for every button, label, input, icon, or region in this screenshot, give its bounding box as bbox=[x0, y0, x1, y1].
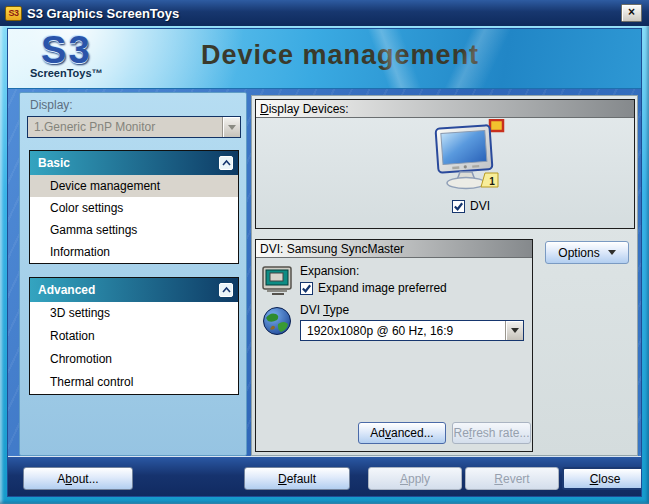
device-number: 1 bbox=[489, 176, 495, 187]
content-area: S3 ScreenToys™ Device management Display… bbox=[7, 28, 642, 497]
footer-bar: About... Default Apply Revert Close bbox=[8, 456, 642, 497]
dvi-group-header: DVI: Samsung SyncMaster bbox=[256, 240, 532, 258]
nav-section-basic-title: Basic bbox=[38, 156, 70, 170]
chevron-down-icon bbox=[608, 250, 616, 255]
monitor-small-icon bbox=[262, 266, 294, 296]
alert-badge-icon bbox=[490, 120, 503, 131]
page-title: Device management bbox=[201, 40, 479, 71]
checkmark-icon bbox=[301, 283, 312, 294]
display-select: 1.Generic PnP Monitor bbox=[27, 116, 241, 138]
collapse-icon[interactable] bbox=[219, 283, 233, 297]
revert-button: Revert bbox=[465, 467, 559, 490]
dvi-checkbox[interactable] bbox=[452, 200, 465, 213]
close-window-button[interactable]: Close bbox=[562, 467, 642, 490]
s3-logo-icon: S3 bbox=[30, 31, 103, 69]
close-button[interactable]: × bbox=[621, 4, 642, 22]
sidebar-item-chromotion[interactable]: Chromotion bbox=[30, 348, 238, 371]
dvi-type-value: 1920x1080p @ 60 Hz, 16:9 bbox=[301, 324, 505, 338]
expansion-label: Expansion: bbox=[300, 264, 528, 278]
monitor-icon: 1 bbox=[433, 119, 509, 193]
nav-section-basic-header[interactable]: Basic bbox=[30, 151, 238, 175]
sidebar: Display: 1.Generic PnP Monitor Basic bbox=[19, 92, 247, 456]
dvi-settings-group: DVI: Samsung SyncMaster bbox=[255, 239, 533, 452]
display-select-arrow bbox=[222, 117, 240, 137]
sidebar-item-3d-settings[interactable]: 3D settings bbox=[30, 302, 238, 325]
nav-section-advanced: Advanced 3D settings Rotation Chromotion… bbox=[29, 277, 239, 395]
display-devices-group: Display Devices: bbox=[255, 99, 635, 229]
dvi-type-label: DVI Type bbox=[300, 303, 528, 317]
dvi-icon-column bbox=[262, 266, 296, 340]
default-button[interactable]: Default bbox=[244, 467, 350, 490]
collapse-icon[interactable] bbox=[219, 156, 233, 170]
header-banner: S3 ScreenToys™ Device management bbox=[8, 29, 642, 89]
dvi-type-select[interactable]: 1920x1080p @ 60 Hz, 16:9 bbox=[300, 320, 524, 341]
device-dvi[interactable]: 1 DVI bbox=[414, 119, 528, 216]
s3-logo-tagline: ScreenToys™ bbox=[30, 67, 103, 79]
sidebar-item-device-management[interactable]: Device management bbox=[30, 175, 238, 197]
titlebar[interactable]: S3 S3 Graphics ScreenToys × bbox=[0, 0, 649, 26]
nav-section-advanced-title: Advanced bbox=[38, 283, 95, 297]
sidebar-item-gamma-settings[interactable]: Gamma settings bbox=[30, 219, 238, 241]
advanced-button[interactable]: Advanced... bbox=[358, 422, 446, 444]
expand-image-checkbox[interactable] bbox=[300, 282, 313, 295]
s3-logo: S3 ScreenToys™ bbox=[30, 31, 103, 79]
dvi-fields: Expansion: Expand image preferred DVI Ty… bbox=[300, 264, 528, 341]
close-icon: × bbox=[628, 5, 635, 19]
expand-image-checkbox-label: Expand image preferred bbox=[318, 281, 447, 295]
expand-row: Expand image preferred bbox=[300, 281, 528, 295]
app-icon: S3 bbox=[5, 6, 22, 21]
dvi-type-select-arrow[interactable] bbox=[505, 321, 523, 340]
checkmark-icon bbox=[453, 201, 464, 212]
dvi-check-row: DVI bbox=[452, 199, 490, 213]
globe-icon bbox=[262, 306, 292, 336]
chevron-down-icon bbox=[228, 125, 236, 130]
options-button[interactable]: Options bbox=[545, 241, 629, 264]
refresh-rate-button: Refresh rate... bbox=[452, 422, 531, 444]
window-frame: S3 ScreenToys™ Device management Display… bbox=[0, 26, 649, 504]
dvi-group-body: Expansion: Expand image preferred DVI Ty… bbox=[256, 258, 532, 451]
screentoys-window: S3 S3 Graphics ScreenToys × S3 ScreenToy… bbox=[0, 0, 649, 504]
dvi-checkbox-label: DVI bbox=[470, 199, 490, 213]
display-select-value: 1.Generic PnP Monitor bbox=[28, 120, 222, 134]
sidebar-item-rotation[interactable]: Rotation bbox=[30, 325, 238, 348]
about-button[interactable]: About... bbox=[23, 467, 133, 490]
chevron-down-icon bbox=[511, 328, 519, 333]
window-title: S3 Graphics ScreenToys bbox=[27, 6, 179, 21]
display-label: Display: bbox=[30, 98, 73, 112]
dvi-button-row: Advanced... Refresh rate... bbox=[256, 422, 534, 444]
settings-panel: Display Devices: bbox=[251, 95, 638, 456]
sidebar-item-information[interactable]: Information bbox=[30, 241, 238, 263]
sidebar-item-thermal-control[interactable]: Thermal control bbox=[30, 371, 238, 394]
display-devices-header: Display Devices: bbox=[256, 100, 634, 118]
nav-section-advanced-header[interactable]: Advanced bbox=[30, 278, 238, 302]
nav-section-basic: Basic Device management Color settings G… bbox=[29, 150, 239, 264]
options-button-label: Options bbox=[558, 246, 599, 260]
apply-button: Apply bbox=[368, 467, 462, 490]
sidebar-item-color-settings[interactable]: Color settings bbox=[30, 197, 238, 219]
